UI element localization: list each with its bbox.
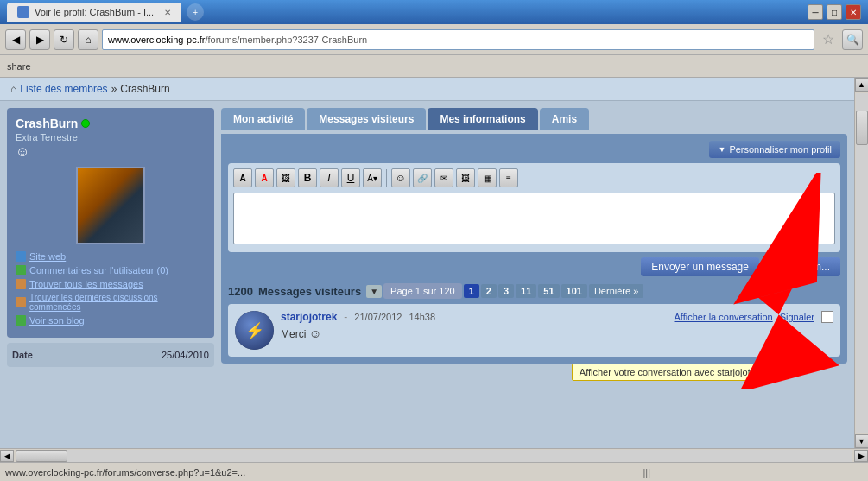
toolbar-separator (386, 169, 387, 187)
toolbar-font-color-btn[interactable]: A (255, 168, 274, 187)
online-indicator (81, 119, 90, 128)
messages-label: Messages visiteurs (258, 285, 361, 298)
home-icon: ⌂ (10, 83, 16, 95)
message-text: Merci ☺ (281, 326, 833, 340)
maximize-button[interactable]: □ (827, 4, 842, 20)
date-label: Date (12, 350, 33, 360)
send-message-button[interactable]: Envoyer un message (641, 257, 759, 276)
toolbar-font-size-btn[interactable]: A (233, 168, 252, 187)
breadcrumb-separator: » (111, 83, 117, 95)
h-scroll-thumb[interactable] (16, 450, 67, 462)
reload-button[interactable]: ↻ (54, 29, 74, 50)
members-link[interactable]: Liste des membres (20, 83, 107, 95)
find-messages-link[interactable]: Trouver tous les messages (29, 279, 143, 289)
tabs-row: Mon activité Messages visiteurs Mes info… (221, 108, 847, 130)
toolbar-link-btn[interactable]: 🔗 (413, 168, 432, 187)
home-button[interactable]: ⌂ (78, 29, 98, 50)
show-conversation-link[interactable]: Afficher la conversation (675, 312, 773, 322)
status-center: ||| (434, 467, 860, 478)
info-row-date: Date 25/04/2010 (12, 348, 209, 362)
customize-profile-button[interactable]: Personnaliser mon profil (709, 141, 840, 158)
bottom-scrollbar[interactable]: ◀ ▶ (0, 448, 868, 462)
toolbar-smiley-btn[interactable]: ☺ (391, 168, 410, 187)
page-dropdown-btn[interactable]: ▼ (366, 285, 382, 298)
tab-mon-activite[interactable]: Mon activité (221, 108, 305, 130)
toolbar-misc-btn[interactable]: ≡ (499, 168, 518, 187)
bookmark-star-icon[interactable]: ☆ (818, 29, 839, 50)
report-link[interactable]: Signaler (780, 312, 814, 322)
message-header: starjojotrek - 21/07/2012 14h38 Afficher… (281, 311, 833, 323)
scroll-track[interactable] (856, 93, 868, 433)
toolbar-italic-btn[interactable]: I (320, 168, 339, 187)
find-discussions-link[interactable]: Trouver les dernières discussions commen… (29, 293, 206, 312)
tab-favicon (17, 6, 29, 18)
toolbar-table-btn[interactable]: ▦ (478, 168, 497, 187)
minimize-button[interactable]: ─ (808, 4, 823, 20)
profile-links: Site web Commentaires sur l'utilisateur … (16, 251, 206, 326)
page-101-btn[interactable]: 101 (561, 284, 587, 298)
scroll-down-button[interactable]: ▼ (855, 434, 869, 448)
right-content: Mon activité Messages visiteurs Mes info… (221, 108, 847, 367)
forward-button[interactable]: ▶ (29, 29, 50, 50)
browser-tab[interactable]: Voir le profil: CrashBurn - I... ✕ (7, 3, 181, 22)
editor-box: A A 🖼 B I U A▾ ☺ 🔗 (228, 163, 840, 252)
message-author-link[interactable]: starjojotrek (281, 311, 337, 323)
page-1-btn[interactable]: 1 (464, 284, 479, 298)
bookmark-item[interactable]: share (7, 61, 31, 72)
page-info: Page 1 sur 120 (383, 283, 462, 299)
nav-bar: ◀ ▶ ↻ ⌂ www.overclocking-pc.fr/forums/me… (0, 24, 868, 55)
scroll-left-button[interactable]: ◀ (0, 450, 14, 462)
main-layout: CrashBurn Extra Terrestre ☺ (0, 101, 854, 374)
right-scrollbar[interactable]: ▲ ▼ (854, 78, 868, 448)
profile-link-messages: Trouver tous les messages (16, 279, 206, 289)
action-row: Envoyer un message Aller en m... (228, 257, 840, 276)
toolbar-underline-btn[interactable]: U (341, 168, 360, 187)
h-scroll-track[interactable] (16, 450, 852, 462)
page: ⌂ Liste des membres » CrashBurn CrashBur… (0, 78, 854, 448)
message-row: ⚡ starjojotrek - 21/07/2012 14h3 (228, 304, 840, 357)
comments-link[interactable]: Commentaires sur l'utilisateur (0) (29, 265, 168, 275)
close-tab-icon[interactable]: ✕ (164, 8, 171, 17)
search-button[interactable]: 🔍 (842, 29, 863, 50)
page-3-btn[interactable]: 3 (498, 284, 514, 298)
tab-messages-visiteurs[interactable]: Messages visiteurs (307, 108, 426, 130)
toolbar-email-btn[interactable]: ✉ (434, 168, 453, 187)
message-checkbox[interactable] (821, 311, 833, 323)
page-2-btn[interactable]: 2 (481, 284, 497, 298)
message-date: 21/07/2012 (354, 312, 402, 322)
message-input[interactable] (233, 193, 835, 244)
breadcrumb-current: CrashBurn (120, 83, 169, 95)
globe-icon (16, 251, 26, 262)
go-button[interactable]: Aller en m... (764, 257, 840, 276)
page-last-btn[interactable]: Dernière » (589, 284, 643, 298)
address-bar[interactable]: www.overclocking-pc.fr/forums/member.php… (102, 29, 814, 50)
window-controls: ─ □ ✕ (808, 4, 861, 20)
blog-icon (16, 315, 26, 326)
page-51-btn[interactable]: 51 (538, 284, 559, 298)
profile-link-discussions: Trouver les dernières discussions commen… (16, 293, 206, 312)
tab-amis[interactable]: Amis (540, 108, 589, 130)
message-content: starjojotrek - 21/07/2012 14h38 Afficher… (281, 311, 833, 340)
message-separator: - (344, 311, 347, 323)
tab-mes-informations[interactable]: Mes informations (428, 108, 537, 130)
toolbar-image-btn[interactable]: 🖼 (276, 168, 295, 187)
scroll-thumb[interactable] (856, 111, 868, 145)
profile-box: CrashBurn Extra Terrestre ☺ (7, 108, 214, 338)
avatar-inner: ⚡ (235, 311, 274, 350)
toolbar-image2-btn[interactable]: 🖼 (456, 168, 475, 187)
back-button[interactable]: ◀ (5, 29, 26, 50)
message-time: 14h38 (409, 312, 435, 322)
website-link[interactable]: Site web (29, 251, 66, 262)
breadcrumb: ⌂ Liste des membres » CrashBurn (0, 78, 854, 101)
blog-link[interactable]: Voir son blog (29, 315, 85, 326)
toolbar-bold-btn[interactable]: B (298, 168, 317, 187)
messages-section: 1200 Messages visiteurs ▼ Page 1 sur 120… (228, 283, 840, 357)
close-button[interactable]: ✕ (846, 4, 861, 20)
profile-username: CrashBurn (16, 117, 206, 130)
toolbar-font-btn[interactable]: A▾ (363, 168, 382, 187)
scroll-right-button[interactable]: ▶ (854, 450, 868, 462)
page-11-btn[interactable]: 11 (516, 284, 536, 298)
scroll-up-button[interactable]: ▲ (855, 78, 869, 92)
new-tab-button[interactable]: + (187, 3, 204, 21)
pagination: ▼ Page 1 sur 120 1 2 3 11 51 101 Dernièr (366, 283, 643, 299)
